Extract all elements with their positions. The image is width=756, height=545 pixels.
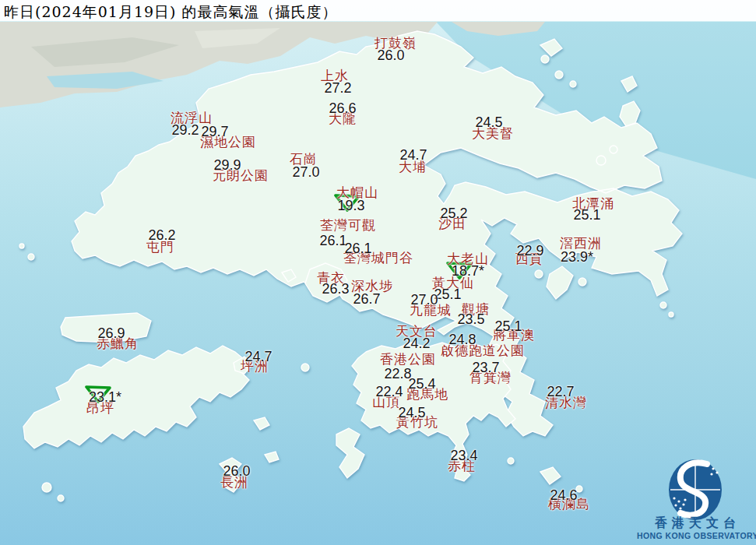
station-temp: 23.1* [89, 389, 121, 406]
station-temp: 26.2 [148, 227, 175, 244]
station-temp: 24.8 [448, 332, 476, 348]
station-temp: 22.8 [384, 366, 411, 382]
station-temp: 27.2 [324, 80, 351, 97]
station-temp: 24.5 [475, 114, 502, 131]
station-temp: 29.2 [171, 122, 199, 139]
station-temp: 24.7 [399, 147, 427, 164]
station-temp: 25.4 [408, 376, 435, 392]
station-temp: 27.0 [410, 292, 438, 308]
hko-logo-icon [643, 450, 756, 520]
station-temp: 26.9 [97, 325, 125, 342]
station-temp: 22.4 [375, 384, 403, 400]
station-temp: 22.9 [516, 243, 543, 259]
station-temp: 24.7 [244, 349, 272, 365]
hko-logo-cn: 香港天文台 [655, 515, 740, 532]
hko-logo-en: HONG KONG OBSERVATORY [637, 531, 756, 540]
station-temp: 19.3 [337, 198, 364, 214]
station-temp: 26.1 [319, 233, 346, 249]
station-temp: 23.4 [450, 448, 477, 464]
station-temp: 22.7 [547, 384, 574, 400]
station-temp: 24.6 [550, 487, 577, 504]
station-temp: 25.1 [494, 318, 522, 335]
hko-max-temp-map: 昨日(2024年01月19日) 的最高氣溫（攝氏度） 打鼓嶺26.0上水27.2… [0, 0, 756, 545]
hko-logo: 香港天文台 HONG KONG OBSERVATORY [643, 450, 756, 545]
station-temp: 23.9* [561, 249, 593, 265]
station-temp: 26.0 [377, 47, 404, 64]
station-temp: 26.6 [329, 100, 356, 117]
station-temp: 23.5 [457, 311, 484, 328]
station-temp: 26.0 [223, 463, 250, 480]
station-temp: 25.1 [573, 207, 600, 223]
station-temp: 24.5 [398, 405, 425, 421]
station-name: 荃灣可觀 [320, 216, 376, 234]
station-temp: 26.3 [322, 281, 349, 297]
station-temp: 24.2 [403, 336, 430, 352]
station-temp: 26.7 [353, 291, 380, 308]
station-temp: 29.9 [213, 157, 241, 174]
station-temp: 23.7 [472, 360, 499, 376]
station-temp: 29.7 [201, 124, 228, 140]
station-temp: 27.0 [292, 164, 319, 181]
station-temp: 25.2 [440, 206, 467, 222]
station-temp: 25.1 [434, 287, 461, 303]
map-title: 昨日(2024年01月19日) 的最高氣溫（攝氏度） [4, 2, 338, 23]
station-temp: 26.1 [344, 241, 371, 257]
